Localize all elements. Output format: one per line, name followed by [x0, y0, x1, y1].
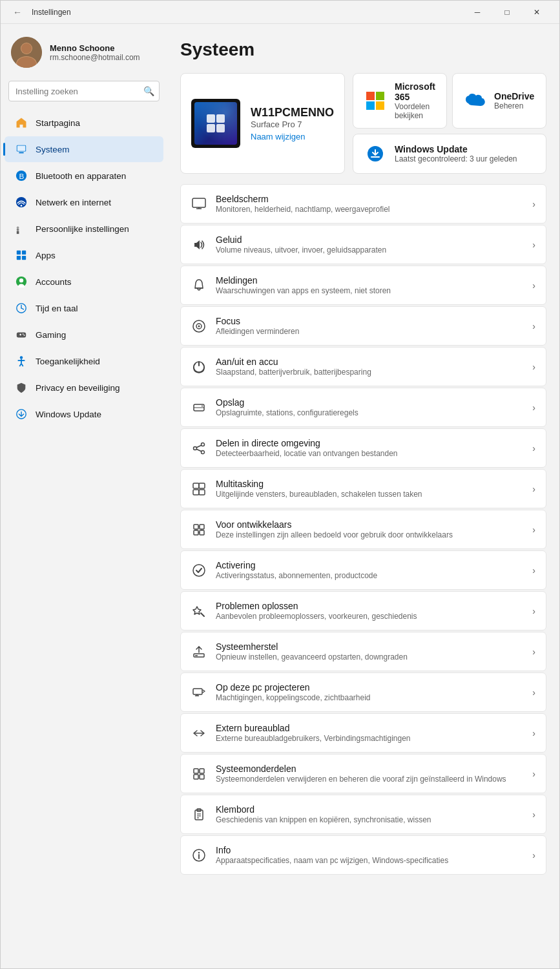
settings-item-problemen[interactable]: Problemen oplossen Aanbevolen probleemop… — [180, 591, 546, 630]
svg-rect-61 — [199, 490, 205, 495]
svg-text:B: B — [19, 172, 24, 180]
search-input[interactable] — [8, 81, 160, 101]
windows-update-card[interactable]: Windows Update Laatst gecontroleerd: 3 u… — [353, 134, 546, 174]
delen-text: Delen in directe omgeving Detecteerbaarh… — [216, 438, 523, 458]
settings-item-extern[interactable]: Extern bureaublad Externe bureaubladgebr… — [180, 713, 546, 753]
sidebar-item-apps[interactable]: Apps — [5, 242, 163, 268]
settings-item-activering[interactable]: Activering Activeringsstatus, abonnement… — [180, 550, 546, 590]
onedrive-sub: Beheren — [494, 101, 534, 110]
sidebar-item-netwerk[interactable]: Netwerk en internet — [5, 189, 163, 215]
svg-rect-62 — [194, 525, 198, 529]
svg-rect-38 — [366, 101, 375, 110]
settings-item-focus[interactable]: Focus Afleidingen verminderen › — [180, 306, 546, 346]
nav-label-gaming: Gaming — [36, 330, 66, 340]
microsoft365-card[interactable]: Microsoft 365 Voordelen bekijken — [353, 73, 447, 129]
extern-text: Extern bureaublad Externe bureaubladgebr… — [216, 723, 523, 743]
chevron-icon: › — [532, 362, 535, 372]
svg-rect-63 — [194, 530, 198, 535]
settings-item-systeemonderdelen[interactable]: Systeemonderdelen Systeemonderdelen verw… — [180, 754, 546, 793]
sidebar-item-systeem[interactable]: Systeem — [5, 136, 163, 162]
user-info: Menno Schoone rm.schoone@hotmail.com — [50, 43, 140, 62]
settings-item-aanuit[interactable]: Aan/uit en accu Slaapstand, batterijverb… — [180, 347, 546, 386]
beeldscherm-icon — [191, 196, 207, 212]
settings-item-beeldscherm[interactable]: Beeldscherm Monitoren, helderheid, nacht… — [180, 184, 546, 224]
chevron-icon: › — [532, 850, 535, 860]
ontwikkelaars-icon — [191, 522, 207, 537]
avatar — [11, 37, 42, 68]
sidebar-item-bluetooth[interactable]: B Bluetooth en apparaten — [5, 163, 163, 189]
winupdate-service-info: Windows Update Laatst gecontroleerd: 3 u… — [395, 144, 517, 163]
sidebar-item-accounts[interactable]: Accounts — [5, 269, 163, 295]
nav-label-persoonlijk: Persoonlijke instellingen — [36, 224, 129, 234]
personalization-icon — [15, 222, 28, 235]
svg-rect-39 — [376, 101, 384, 110]
chevron-icon: › — [532, 321, 535, 331]
problemen-text: Problemen oplossen Aanbevolen probleemop… — [216, 601, 523, 621]
sidebar-item-privacy[interactable]: Privacy en beveiliging — [5, 375, 163, 401]
home-icon — [15, 116, 28, 129]
sidebar-item-startpagina[interactable]: Startpagina — [5, 110, 163, 136]
nav-label-tijd: Tijd en taal — [36, 304, 78, 313]
settings-item-geluid[interactable]: Geluid Volume niveaus, uitvoer, invoer, … — [180, 225, 546, 264]
settings-item-ontwikkelaars[interactable]: Voor ontwikkelaars Deze instellingen zij… — [180, 510, 546, 549]
sidebar-item-gaming[interactable]: Gaming — [5, 322, 163, 348]
winupdate-service-icon — [364, 142, 387, 165]
settings-item-systeemherstel[interactable]: Systeemherstel Opnieuw instellen, geavan… — [180, 632, 546, 671]
focus-title: Focus — [216, 316, 523, 326]
settings-item-projecteren[interactable]: Op deze pc projecteren Machtigingen, kop… — [180, 672, 546, 712]
systeemherstel-title: Systeemherstel — [216, 641, 523, 652]
svg-point-11 — [21, 205, 23, 207]
device-rename-link[interactable]: Naam wijzigen — [251, 132, 334, 141]
settings-item-delen[interactable]: Delen in directe omgeving Detecteerbaarh… — [180, 428, 546, 468]
sidebar-item-persoonlijk[interactable]: Persoonlijke instellingen — [5, 216, 163, 242]
delen-icon — [191, 441, 207, 456]
svg-line-71 — [201, 613, 204, 616]
nav-label-bluetooth: Bluetooth en apparaten — [36, 171, 126, 181]
settings-item-multitasking[interactable]: Multitasking Uitgelijinde vensters, bure… — [180, 469, 546, 508]
sidebar: Menno Schoone rm.schoone@hotmail.com 🔍 — [1, 24, 167, 968]
sidebar-item-windowsupdate[interactable]: Windows Update — [5, 401, 163, 427]
geluid-icon — [191, 237, 207, 253]
svg-point-70 — [193, 565, 205, 576]
systeemherstel-text: Systeemherstel Opnieuw instellen, geavan… — [216, 641, 523, 662]
settings-item-meldingen[interactable]: Meldingen Waarschuwingen van apps en sys… — [180, 266, 546, 305]
onedrive-card[interactable]: OneDrive Beheren — [452, 73, 546, 129]
focus-text: Focus Afleidingen verminderen — [216, 316, 523, 336]
svg-line-57 — [196, 449, 202, 452]
sidebar-item-tijd[interactable]: Tijd en taal — [5, 295, 163, 321]
aanuit-sub: Slaapstand, batterijverbruik, batterijbe… — [216, 368, 523, 377]
settings-item-opslag[interactable]: Opslag Opslagruimte, stations, configura… — [180, 388, 546, 427]
geluid-sub: Volume niveaus, uitvoer, invoer, geluids… — [216, 245, 523, 255]
minimize-button[interactable]: ─ — [462, 1, 492, 24]
back-button[interactable]: ← — [8, 3, 26, 21]
systeemonderdelen-title: Systeemonderdelen — [216, 764, 523, 774]
systeemherstel-sub: Opnieuw instellen, geavanceerd opstarten… — [216, 652, 523, 662]
privacy-icon — [15, 381, 28, 394]
svg-point-47 — [198, 325, 200, 327]
settings-item-klembord[interactable]: Klembord Geschiedenis van knippen en kop… — [180, 795, 546, 834]
sidebar-user[interactable]: Menno Schoone rm.schoone@hotmail.com — [1, 29, 167, 78]
nav-label-apps: Apps — [36, 251, 56, 260]
svg-rect-17 — [17, 256, 21, 260]
maximize-button[interactable]: □ — [492, 1, 522, 24]
ms365-name: Microsoft 365 — [395, 81, 436, 102]
svg-point-55 — [202, 450, 205, 453]
activering-icon — [191, 563, 207, 578]
projecteren-icon — [191, 685, 207, 700]
nav-label-systeem: Systeem — [36, 145, 70, 154]
opslag-title: Opslag — [216, 397, 523, 408]
nav-label-netwerk: Netwerk en internet — [36, 198, 111, 207]
ontwikkelaars-title: Voor ontwikkelaars — [216, 519, 523, 530]
main-layout: Menno Schoone rm.schoone@hotmail.com 🔍 — [1, 24, 559, 968]
winupdate-icon — [15, 408, 28, 421]
onedrive-name: OneDrive — [494, 91, 534, 101]
chevron-icon: › — [532, 565, 535, 576]
opslag-icon — [191, 400, 207, 415]
sidebar-item-toegankelijkheid[interactable]: Toegankelijkheid — [5, 348, 163, 374]
close-button[interactable]: ✕ — [522, 1, 552, 24]
page-title: Systeem — [180, 39, 546, 60]
winupdate-service-sub: Laatst gecontroleerd: 3 uur geleden — [395, 154, 517, 163]
opslag-text: Opslag Opslagruimte, stations, configura… — [216, 397, 523, 417]
svg-rect-41 — [192, 198, 205, 207]
settings-item-info[interactable]: Info Apparaatspecificaties, naam van pc … — [180, 835, 546, 875]
